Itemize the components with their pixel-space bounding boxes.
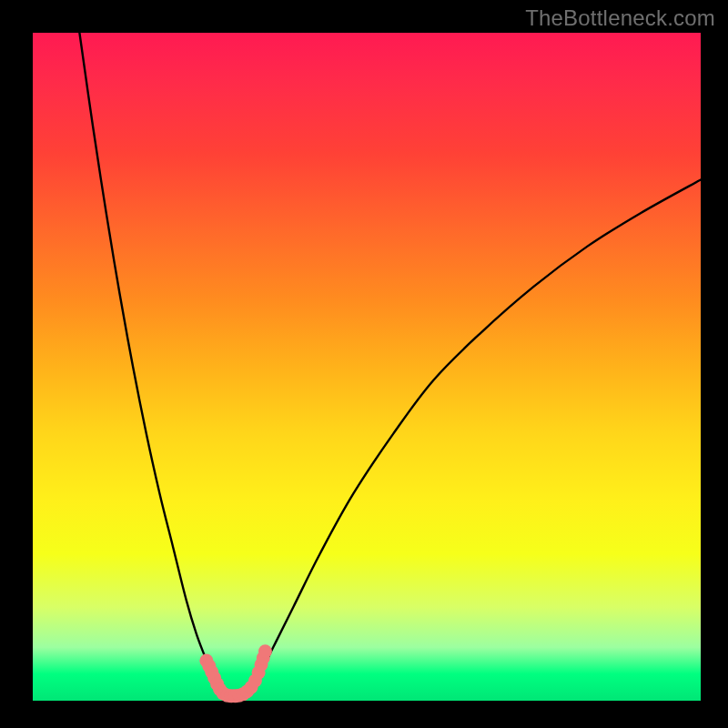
curve-svg bbox=[33, 33, 701, 701]
chart-stage: TheBottleneck.com bbox=[0, 0, 728, 728]
watermark-text: TheBottleneck.com bbox=[525, 5, 715, 31]
curve-marker bbox=[258, 644, 272, 658]
plot-area bbox=[33, 33, 701, 701]
curve-markers bbox=[199, 644, 272, 703]
bottleneck-curve bbox=[79, 33, 701, 697]
